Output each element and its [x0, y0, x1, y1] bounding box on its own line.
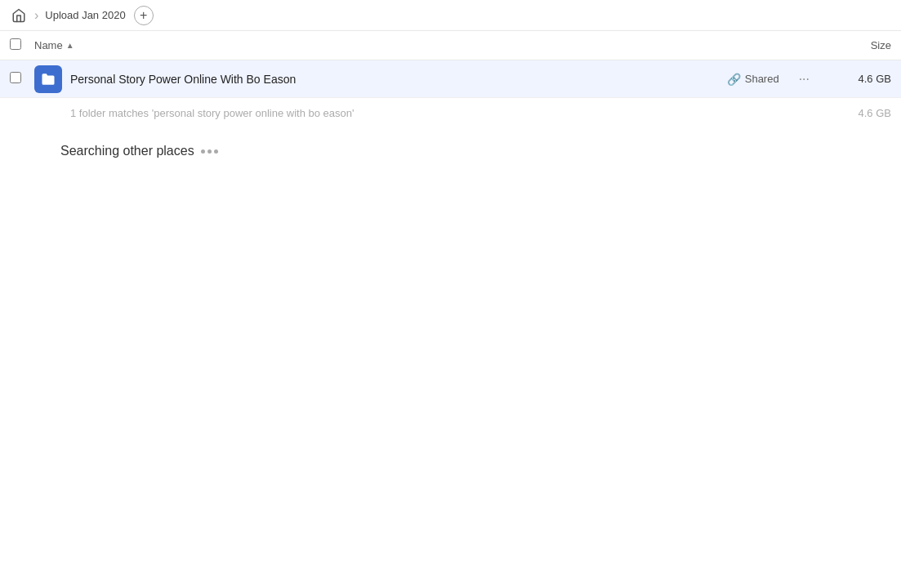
file-name: Personal Story Power Online With Bo Easo… [70, 73, 727, 86]
breadcrumb-label: Upload Jan 2020 [45, 9, 125, 21]
loading-indicator [201, 149, 218, 154]
shared-status: 🔗 Shared [727, 73, 779, 86]
shared-label-text: Shared [745, 73, 779, 85]
more-options-button[interactable]: ··· [792, 69, 816, 90]
name-column-header[interactable]: Name ▲ [34, 39, 826, 51]
column-headers: Name ▲ Size [0, 31, 901, 60]
sort-arrow-icon: ▲ [66, 41, 74, 50]
file-checkbox-col [10, 72, 34, 86]
select-all-checkbox[interactable] [10, 38, 21, 50]
searching-section: Searching other places [0, 127, 901, 165]
file-size: 4.6 GB [826, 73, 891, 85]
size-column-header: Size [826, 39, 891, 51]
add-button[interactable]: + [134, 6, 154, 25]
select-all-checkbox-col [10, 38, 34, 52]
searching-label: Searching other places [60, 144, 891, 158]
home-button[interactable] [10, 7, 28, 24]
file-checkbox[interactable] [10, 72, 21, 83]
match-count-text: 1 folder matches 'personal story power o… [70, 107, 355, 119]
file-list-item[interactable]: Personal Story Power Online With Bo Easo… [0, 60, 901, 98]
breadcrumb-separator: › [34, 8, 38, 23]
folder-icon [34, 65, 62, 93]
match-size: 4.6 GB [859, 107, 891, 119]
match-count-row: 1 folder matches 'personal story power o… [0, 98, 901, 127]
breadcrumb-bar: › Upload Jan 2020 + [0, 0, 901, 31]
link-icon: 🔗 [727, 73, 741, 86]
